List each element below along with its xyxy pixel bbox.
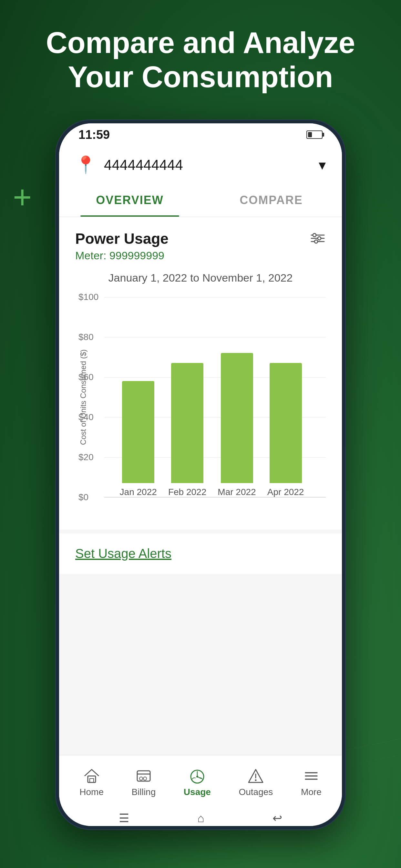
bar-label-jan: Jan 2022 [120,487,157,497]
nav-label-outages: Outages [239,787,273,797]
nav-label-home: Home [80,787,104,797]
chart-header: Power Usage Meter: 999999999 [75,230,326,262]
bar-group-jan: Jan 2022 [120,381,157,497]
set-usage-alerts-link[interactable]: Set Usage Alerts [75,547,172,561]
bar-label-apr: Apr 2022 [267,487,304,497]
svg-point-6 [318,237,321,240]
svg-point-12 [140,777,143,780]
chart-title: Power Usage [75,230,168,247]
svg-rect-8 [88,776,96,782]
nav-item-usage[interactable]: Usage [184,768,211,797]
nav-label-billing: Billing [132,787,156,797]
home-icon [83,768,100,784]
account-number: 4444444444 [104,157,311,173]
nav-item-outages[interactable]: Outages [239,768,273,797]
battery-fill [308,132,312,137]
bar-group-feb: Feb 2022 [168,363,206,497]
grid-line-0: $0 [104,497,326,498]
nav-label-usage: Usage [184,787,211,797]
bar-label-mar: Mar 2022 [218,487,256,497]
battery-indicator [306,130,322,139]
y-axis-label-container: Cost of Units Consumed ($) [75,297,91,497]
system-nav-bar: ☰ ⌂ ↩ [59,810,342,826]
system-menu-icon[interactable]: ☰ [119,811,129,825]
date-range: January 1, 2022 to November 1, 2022 [75,272,326,284]
chart-section: Power Usage Meter: 999999999 [59,217,342,530]
svg-point-18 [255,779,257,781]
nav-item-more[interactable]: More [301,768,321,797]
svg-rect-9 [90,779,94,782]
chevron-down-icon[interactable]: ▾ [319,157,326,173]
bar-jan [122,381,154,483]
status-time: 11:59 [79,128,110,142]
bar-feb [171,363,204,483]
bar-group-mar: Mar 2022 [218,353,256,497]
phone-frame: 11:59 📍 4444444444 ▾ OVERVIEW C [55,120,346,830]
bar-apr [270,363,302,483]
chart-meter: Meter: 999999999 [75,249,168,262]
nav-item-home[interactable]: Home [80,768,104,797]
usage-icon [189,768,206,784]
tab-bar: OVERVIEW COMPARE [59,184,342,217]
bottom-navigation: Home Billing [59,755,342,826]
tab-overview[interactable]: OVERVIEW [59,184,201,217]
status-bar: 11:59 [59,123,342,146]
bar-group-apr: Apr 2022 [267,363,304,497]
svg-point-5 [313,234,316,237]
system-home-icon[interactable]: ⌂ [197,811,204,825]
hero-title: Compare and Analyze Your Consumption [0,26,401,94]
bars-area: Jan 2022 Feb 2022 Mar 2022 Apr 2022 [104,297,319,497]
svg-point-7 [314,240,318,243]
plus-decoration: + [13,181,32,213]
bar-chart: Cost of Units Consumed ($) $100 $80 [75,297,326,517]
phone-screen: 11:59 📍 4444444444 ▾ OVERVIEW C [59,123,342,826]
nav-item-billing[interactable]: Billing [132,768,156,797]
billing-icon [135,768,152,784]
phone-device: 11:59 📍 4444444444 ▾ OVERVIEW C [55,120,346,830]
account-header[interactable]: 📍 4444444444 ▾ [59,146,342,184]
bar-mar [221,353,253,483]
nav-items-row: Home Billing [59,755,342,810]
bar-label-feb: Feb 2022 [168,487,206,497]
chart-title-group: Power Usage Meter: 999999999 [75,230,168,262]
tab-compare[interactable]: COMPARE [201,184,342,217]
outages-icon [247,768,264,784]
location-icon: 📍 [75,155,96,175]
more-icon [303,768,320,784]
battery-icon [306,130,322,139]
system-back-icon[interactable]: ↩ [273,811,282,825]
svg-point-13 [143,777,147,780]
nav-label-more: More [301,787,321,797]
svg-point-15 [196,776,198,778]
alerts-section: Set Usage Alerts [59,533,342,574]
filter-icon[interactable] [310,232,326,248]
